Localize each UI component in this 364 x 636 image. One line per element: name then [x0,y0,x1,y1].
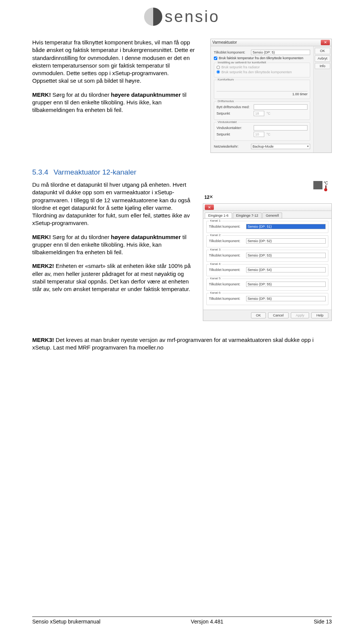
ok-button[interactable]: OK [315,48,330,54]
vindus-label: Vinduskontakter: [217,126,251,130]
kanal-tilkoblet-label: Tilkoblet komponent: [209,253,244,257]
kanal-group: Kanal 1:Tilkoblet komponent:Sensio (DP: … [206,221,328,233]
setpunkt-value-1[interactable]: 18 [254,111,264,116]
kanal-title: Kanal 3: [209,248,222,251]
paragraph-1b: Oppsettet skal se ut som på bildet til h… [32,77,141,84]
kanal-title: Kanal 5: [209,277,222,280]
tab-1-6[interactable]: Eingänge 1-6 [205,213,232,218]
kanal-value[interactable]: Sensio (DP: 51) [246,224,326,229]
kanal-value[interactable]: Sensio (DP: 54) [246,267,326,272]
paragraph-2: Du må tilordne et datapunkt til hver utg… [32,181,195,227]
tilkoblet-label: Tilkoblet komponent: [214,50,249,55]
section-title: Varmeaktuator 12-kanaler [53,168,136,176]
logo-icon [144,8,162,26]
avbryt-button[interactable]: Avbryt [315,55,330,62]
setpunkt-value-2[interactable]: 10 [254,132,264,137]
setpunkt-unit-2: °C [267,132,270,137]
dialog-title: Varmeaktuator [212,40,237,45]
tilkoblet-value[interactable]: Sensio (DP: 5) [251,50,310,55]
channel-count: 12× [204,194,332,200]
dialog-varmeaktuator: Varmeaktuator ✕ Tilkoblet komponent: Sen… [210,39,332,153]
kanal-tilkoblet-label: Tilkoblet komponent: [209,297,244,301]
merk3-text: Det kreves at man bruker nyeste versjon … [32,337,314,351]
merk-bold-2: høyere datapunktnummer [111,234,181,240]
cancel-button[interactable]: Cancel [268,312,289,318]
merk3-label: MERK3! [32,337,54,343]
kanal-tilkoblet-label: Tilkoblet komponent: [209,239,244,243]
kanal-tilkoblet-label: Tilkoblet komponent: [209,225,244,228]
section-number: 5.3.4 [32,168,48,176]
checkbox-faktisk-temp[interactable] [214,57,217,60]
merk2-text: Enheten er «smart» slik at enheten ikke … [32,263,191,292]
close-icon-2[interactable]: ✕ [205,205,214,210]
kanal-group: Kanal 6:Tilkoblet komponent:Sensio (DP: … [206,293,328,305]
vindus-value[interactable] [254,125,308,131]
group-drift-title: Driftsmodus [217,99,235,103]
merk-text-2: Sørg for at du tilordner [51,234,111,240]
kanal-value[interactable]: Sensio (DP: 55) [246,282,326,287]
deg-label: °C [324,181,328,185]
kanal-title: Kanal 4: [209,262,222,266]
netz-dropdown[interactable]: Backup-Mode [251,144,310,149]
section-heading: 5.3.4Varmeaktuator 12-kanaler [32,168,332,176]
radio-setpunkt-komponent[interactable] [217,70,220,74]
group-komfort-title: Komfortkurv [217,78,235,82]
page-footer: Sensio xSetup brukermanual Versjon 4.481… [32,616,332,625]
kanal-title: Kanal 2: [209,233,222,237]
tab-7-12[interactable]: Eingänge 7-12 [233,213,262,218]
logo-text: sensio [165,8,220,26]
group-innstilling-title: Innstilling av settverdi for komfortfelt [217,61,267,65]
channel-icon: °C [203,181,328,191]
info-button[interactable]: Info [315,63,330,69]
merk-bold: høyere datapunktnummer [111,91,181,98]
ok-button-2[interactable]: OK [251,312,266,318]
kanal-group: Kanal 5:Tilkoblet komponent:Sensio (DP: … [206,279,328,291]
footer-right: Side 13 [314,619,332,625]
footer-center: Versjon 4.481 [191,619,223,625]
kanal-group: Kanal 3:Tilkoblet komponent:Sensio (DP: … [206,250,328,262]
help-button[interactable]: Help [311,312,328,318]
kanal-title: Kanal 6: [209,291,222,294]
radio-setpunkt-radiator[interactable] [217,66,220,69]
drift-label: Bytt driftsmodus med: [217,105,251,109]
komfort-value: 1.00 timer [217,92,308,96]
kanal-title: Kanal 1: [209,219,222,222]
setpunkt-label-2: Setpunkt [217,132,251,137]
close-icon[interactable]: ✕ [321,40,330,45]
kanal-group: Kanal 4:Tilkoblet komponent:Sensio (DP: … [206,264,328,276]
group-vindus-title: Vinduskontakt [217,120,238,124]
kanal-value[interactable]: Sensio (DP: 53) [246,253,326,258]
radio-setpunkt-komponent-label: Bruk setpunkt fra den tilknyttede kompon… [221,70,292,74]
merk2-label: MERK2! [32,263,54,269]
kanal-tilkoblet-label: Tilkoblet komponent: [209,268,244,272]
netz-label: Netzwiederkehr: [214,145,249,149]
apply-button[interactable]: Apply [291,312,309,318]
kanal-group: Kanal 2:Tilkoblet komponent:Sensio (DP: … [206,235,328,247]
kanal-tilkoblet-label: Tilkoblet komponent: [209,282,244,286]
checkbox-faktisk-temp-label: Bruk faktisk temperatur fra den tilknytt… [219,56,303,60]
kanal-value[interactable]: Sensio (DP: 52) [246,238,326,244]
logo: sensio [32,8,332,27]
thermometer-icon [324,185,327,191]
kanal-value[interactable]: Sensio (DP: 56) [246,296,326,301]
merk-label: MERK! [32,91,51,98]
setpunkt-label-1: Setpunkt [217,112,251,116]
radio-setpunkt-radiator-label: Bruk setpunkt fra radiator [221,65,260,69]
paragraph-1a: Hvis temperatur fra tilknyttet komponent… [32,39,195,76]
footer-left: Sensio xSetup brukermanual [32,619,100,625]
dialog-kanaler: ✕ Eingänge 1-6 Eingänge 7-12 Generell Ka… [203,203,332,321]
tab-generell[interactable]: Generell [262,213,282,218]
drift-value[interactable] [254,104,308,110]
merk-text-1: Sørg for at du tilordner [51,91,111,98]
setpunkt-unit-1: °C [267,112,270,116]
merk-label-2: MERK! [32,234,51,240]
